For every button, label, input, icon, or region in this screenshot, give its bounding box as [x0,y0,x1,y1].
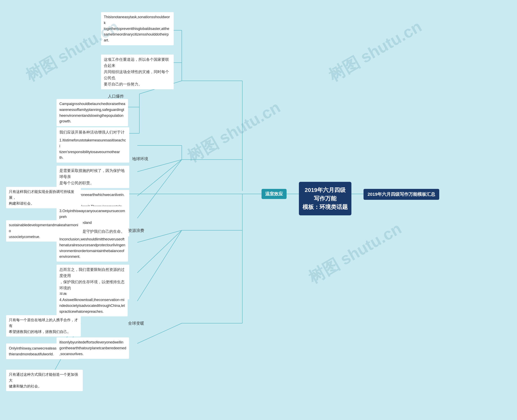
en-text-6: itisonlybyunitedeffortsofeveryonedwellin… [57,337,129,359]
cn-text-1: 这项工作任重道远，所以各个国家要联合起来 共同组织这场全球性的灾难，同时每个公民… [101,54,174,89]
en-text-1: Thisisnotaneasytask,sonationsshouldwork … [101,12,174,45]
cn-text-3: 是需要采取措施的时候了，因为保护地球母亲 是每个公民的职责。 [57,166,129,188]
label-ziyuan: 资源浪费 [125,225,147,236]
right-label: 2019年六月四级写作万能模板汇总 [368,192,435,197]
en-text-3-1: 1.Itistimeforustotakemeasuresasitiseachc… [57,135,129,163]
cn-text-5: 总而言之，我们需要限制自然资源的过度使用 ，保护我们的生存环境，以便维持生态环境… [57,265,129,299]
parent-node-wenshi[interactable]: 温室效应 [262,189,287,199]
watermark-3: 树图 shutu.cn [325,16,426,87]
en-text-4-4: 4.Asiswellknowntoall,theconservation-mi … [57,295,128,316]
central-title: 2019年六月四级写作万能 模板：环境类话题 [302,186,348,211]
right-summary-node[interactable]: 2019年六月四级写作万能模板汇总 [363,189,439,200]
left-text-2: 只有每一个居住在地球上的人携手合作，才有 希望拯救我们的地球，拯救我们自己。 [6,315,81,337]
label-diqiu: 地球环境 [129,154,151,164]
svg-line-28 [137,230,182,301]
label-quanqiu: 全球变暖 [125,318,147,329]
left-text-3: 只有通过这种方式我们才能创造一个更加强大 健康和魅力的社会。 [6,370,83,391]
watermark-2: 树图 shutu.cn [183,97,284,167]
svg-line-19 [137,160,182,218]
left-main-text: 只有这样我们才能实现全面协调可持续发展， 构建和谐社会。 [6,187,81,208]
svg-line-27 [137,230,182,273]
svg-line-18 [137,160,182,196]
parent-label: 温室效应 [265,191,283,196]
en-text-4: Inconclusion,weshouldlimittheoveruseoft … [57,234,128,262]
en-text-2: Campaignsshouldbelaunchedtoraisethea war… [57,99,128,126]
central-node: 2019年六月四级写作万能 模板：环境类话题 [299,182,351,215]
watermark-4: 树图 shutu.cn [304,218,406,289]
